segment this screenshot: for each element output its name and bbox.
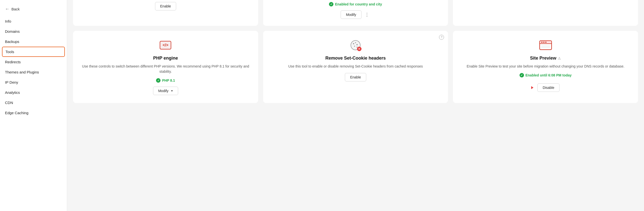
php-status: ✓ PHP 8.1 — [156, 78, 175, 83]
cookie-card-title: Remove Set-Cookie headers — [325, 56, 386, 61]
chevron-down-icon — [171, 90, 173, 92]
enable-button-top[interactable]: Enable — [155, 2, 176, 10]
top-card-1: Enable — [73, 0, 258, 26]
warning-icon: ⚠ — [558, 56, 561, 60]
cookie-enable-button[interactable]: Enable — [345, 73, 366, 81]
php-modify-button[interactable]: Modify — [153, 87, 178, 95]
cookie-headers-card: ? ✕ Remove — [263, 31, 448, 103]
svg-rect-14 — [541, 45, 550, 48]
php-engine-icon: </> — [159, 39, 172, 52]
php-check-icon: ✓ — [156, 78, 160, 83]
sidebar-item-themes-plugins[interactable]: Themes and Plugins — [0, 67, 67, 77]
back-arrow-icon: ← — [5, 6, 10, 12]
disable-row: Disable — [532, 83, 560, 92]
status-enabled-text: ✓ Enabled for country and city — [329, 2, 382, 6]
svg-point-11 — [541, 42, 542, 43]
php-engine-title: PHP engine — [153, 56, 178, 61]
site-preview-title-row: Site Preview ⚠ — [530, 56, 561, 61]
cookie-card-description: Use this tool to enable or disable remov… — [288, 64, 423, 69]
site-preview-card: Site Preview ⚠ Enable Site Preview to te… — [453, 31, 638, 103]
help-icon[interactable]: ? — [439, 35, 444, 40]
svg-point-5 — [355, 42, 356, 43]
svg-point-12 — [543, 42, 544, 43]
sidebar-item-analytics[interactable]: Analytics — [0, 87, 67, 98]
sidebar: ← Back Info Domains Backups Tools Redire… — [0, 0, 67, 211]
top-cards-row: Enable ✓ Enabled for country and city Mo… — [73, 0, 638, 26]
sidebar-item-tools[interactable]: Tools — [2, 47, 65, 57]
sidebar-item-backups[interactable]: Backups — [0, 36, 67, 47]
site-preview-title: Site Preview — [530, 56, 556, 61]
more-options-button[interactable]: ⋮ — [364, 11, 370, 18]
sidebar-item-ip-deny[interactable]: IP Deny — [0, 77, 67, 87]
svg-point-13 — [545, 42, 546, 43]
back-button[interactable]: ← Back — [0, 4, 67, 14]
php-modify-row: Modify — [153, 87, 178, 95]
site-preview-disable-button[interactable]: Disable — [538, 83, 560, 92]
cookie-icon: ✕ — [349, 39, 362, 52]
sidebar-item-cdn[interactable]: CDN — [0, 98, 67, 108]
svg-point-4 — [353, 43, 354, 44]
main-content: Enable ✓ Enabled for country and city Mo… — [67, 0, 644, 211]
preview-status: ✓ Enabled until 6:08 PM today — [520, 73, 572, 77]
modify-row: Modify ⋮ — [341, 10, 370, 19]
svg-text:</>: </> — [163, 43, 168, 47]
top-card-3 — [453, 0, 638, 26]
sidebar-item-domains[interactable]: Domains — [0, 26, 67, 36]
modify-button-top[interactable]: Modify — [341, 10, 361, 19]
cookie-x-badge: ✕ — [357, 47, 362, 51]
sidebar-item-info[interactable]: Info — [0, 16, 67, 26]
check-icon: ✓ — [329, 2, 334, 6]
php-engine-description: Use these controls to switch between dif… — [80, 64, 251, 74]
sidebar-item-redirects[interactable]: Redirects — [0, 57, 67, 67]
site-preview-icon — [539, 39, 552, 52]
preview-check-icon: ✓ — [520, 73, 524, 77]
main-cards-row: </> PHP engine Use these controls to swi… — [73, 31, 638, 103]
svg-point-6 — [356, 44, 358, 45]
back-label: Back — [12, 7, 20, 11]
php-engine-card: </> PHP engine Use these controls to swi… — [73, 31, 258, 103]
sidebar-item-edge-caching[interactable]: Edge Caching — [0, 108, 67, 118]
top-card-2: ✓ Enabled for country and city Modify ⋮ — [263, 0, 448, 26]
site-preview-description: Enable Site Preview to test your site be… — [466, 64, 624, 69]
svg-point-7 — [354, 46, 355, 47]
